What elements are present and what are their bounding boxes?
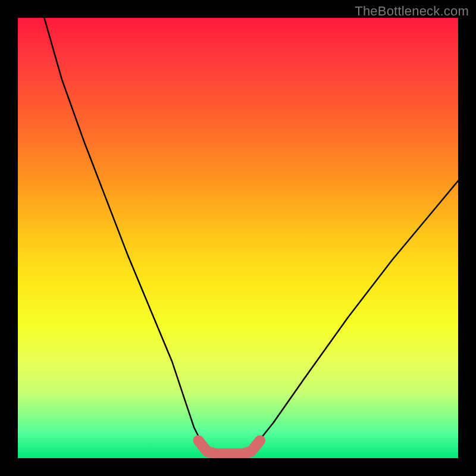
watermark-text: TheBottleneck.com [355, 4, 469, 19]
chart-svg [18, 18, 458, 458]
chart-frame: TheBottleneck.com [0, 0, 476, 476]
plot-area [18, 18, 458, 458]
optimal-region-highlight [198, 440, 260, 453]
bottleneck-curve [44, 18, 458, 454]
